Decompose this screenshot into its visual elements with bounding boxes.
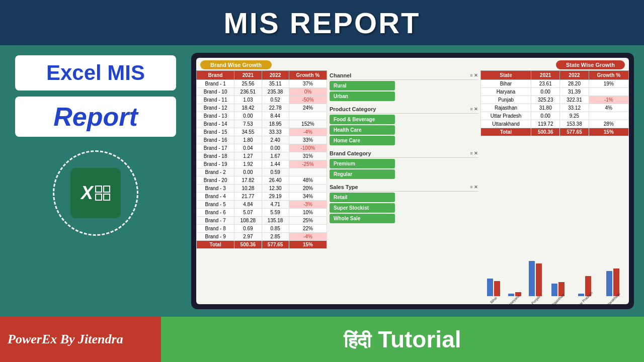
sales-retail-btn[interactable]: Retail — [330, 193, 395, 202]
table-row: Rajasthan31.8033.124% — [481, 104, 629, 112]
blue-bar — [487, 279, 493, 296]
bar-group: Punjab — [529, 261, 542, 302]
bar-group: Bihar — [487, 279, 500, 302]
sales-whole-sale-btn[interactable]: Whole Sale — [330, 214, 395, 223]
state-col-header: State — [481, 71, 531, 80]
product-health-btn[interactable]: Health Care — [330, 125, 395, 135]
product-food-btn[interactable]: Food & Beverage — [330, 115, 395, 124]
table-row: Brand - 80.690.8522% — [197, 225, 327, 233]
excel-icon-container: X — [50, 148, 141, 238]
brand-col-header: Brand — [197, 71, 234, 80]
grid-cell-4 — [103, 194, 110, 201]
footer-right: हिंदी Tutorial — [161, 317, 644, 362]
product-category-slicer: Product Category ≡ ✕ Food & Beverage Hea… — [330, 105, 478, 146]
table-row: Brand - 2017.8226.4048% — [197, 176, 327, 185]
table-row: Bihar23.6128.2019% — [481, 80, 629, 88]
red-bar — [536, 263, 542, 296]
table-row: Brand - 125.5635.1137% — [197, 80, 327, 88]
header: MIS REPORT — [0, 0, 644, 45]
footer: PowerEx By Jitendra हिंदी Tutorial — [0, 317, 644, 362]
year2022-col-header: 2022 — [262, 71, 289, 80]
state-2021-header: 2021 — [531, 71, 560, 80]
table-row: Brand - 161.802.4033% — [197, 136, 327, 144]
bar-group: Haryana — [508, 292, 521, 302]
table-row: Brand - 92.972.85-4% — [197, 233, 327, 241]
year2021-col-header: 2021 — [234, 71, 262, 80]
excel-icon-inner: X — [81, 183, 110, 204]
footer-tutorial-text: हिंदी Tutorial — [344, 326, 461, 353]
bars — [487, 279, 500, 296]
brand-category-header: Brand Category ≡ ✕ — [330, 149, 478, 158]
bar-label: Punjab — [530, 295, 540, 304]
excel-grid — [95, 186, 110, 201]
bar-group: Uttarakhand — [603, 268, 622, 302]
brand-wise-growth-btn[interactable]: Brand Wise Growth — [200, 60, 272, 69]
table-row: Brand - 170.040.00-100% — [197, 144, 327, 152]
state-2022-header: 2022 — [560, 71, 589, 80]
table-row: Brand - 111.030.52-50% — [197, 96, 327, 104]
blue-bar — [606, 271, 612, 296]
footer-brand-text: PowerEx By Jitendra — [8, 332, 123, 347]
blue-bar — [508, 294, 514, 296]
header-title: MIS REPORT — [224, 6, 421, 40]
chart-area: BiharHaryanaPunjabRajasthanUttar Pradesh… — [480, 136, 629, 304]
brand-category-icons: ≡ ✕ — [470, 151, 478, 156]
state-growth-header: Growth % — [589, 71, 628, 80]
sales-super-stockist-btn[interactable]: Super Stockist — [330, 203, 395, 213]
tutorial-text: Tutorial — [371, 326, 461, 352]
footer-left: PowerEx By Jitendra — [0, 317, 161, 362]
table-row: Brand - 20.000.59 — [197, 168, 327, 176]
state-wise-growth-btn[interactable]: State Wise Growth — [556, 60, 625, 69]
sales-type-label: Sales Type — [330, 184, 358, 190]
brand-table-section: Brand 2021 2022 Growth % Brand - 125.563… — [196, 70, 327, 304]
spreadsheet: Brand Wise Growth State Wise Growth Bran… — [196, 58, 629, 304]
brand-premium-btn[interactable]: Premium — [330, 159, 395, 168]
grid-cell-3 — [95, 194, 102, 201]
channel-rural-btn[interactable]: Rural — [330, 81, 395, 90]
brand-table: Brand 2021 2022 Growth % Brand - 125.563… — [196, 70, 327, 249]
state-table: State 2021 2022 Growth % Bihar23.6128.20… — [480, 70, 629, 136]
bar-group: Rajasthan — [550, 282, 566, 302]
red-bar — [494, 281, 500, 296]
table-row: Brand - 1218.4222.7824% — [197, 104, 327, 112]
table-row: Brand - 130.008.44 — [197, 112, 327, 120]
table-row: Uttarakhand119.72153.3828% — [481, 120, 629, 128]
main-content: Excel MIS Report X — [0, 45, 644, 317]
sales-type-header: Sales Type ≡ ✕ — [330, 183, 478, 192]
bar-group: Uttar Pradesh — [574, 276, 595, 302]
slicers-area: Channel ≡ ✕ Rural Urban Product Category… — [327, 70, 480, 304]
blue-bar — [529, 261, 535, 296]
grid-cell-2 — [103, 186, 110, 193]
brand-category-label: Brand Category — [330, 150, 371, 156]
grid-cell-1 — [95, 186, 102, 193]
table-row: Brand - 7108.28135.1825% — [197, 217, 327, 225]
table-row: Brand - 10236.51235.380% — [197, 88, 327, 96]
report-label: Report — [25, 102, 166, 132]
table-row: Brand - 191.921.44-25% — [197, 160, 327, 168]
left-panel: Excel MIS Report X — [10, 53, 181, 309]
product-home-btn[interactable]: Home Care — [330, 136, 395, 145]
bar-label: Bihar — [490, 296, 498, 304]
channel-slicer: Channel ≡ ✕ Rural Urban — [330, 71, 478, 102]
state-total-row: Total500.36577.6515% — [481, 128, 629, 136]
channel-label: Channel — [330, 72, 351, 78]
brand-regular-btn[interactable]: Regular — [330, 169, 395, 179]
channel-slicer-header: Channel ≡ ✕ — [330, 71, 478, 80]
table-row: Brand - 147.5318.95152% — [197, 120, 327, 128]
excel-icon: X — [70, 168, 121, 218]
excel-x-letter: X — [81, 183, 93, 204]
state-section: State 2021 2022 Growth % Bihar23.6128.20… — [480, 70, 629, 304]
top-section-row: Brand Wise Growth State Wise Growth — [196, 58, 629, 70]
sales-type-icons: ≡ ✕ — [470, 185, 478, 190]
table-row: Brand - 1534.5533.33-4% — [197, 128, 327, 136]
blue-bar — [551, 284, 557, 296]
table-row: Haryana0.0031.39 — [481, 88, 629, 96]
table-row: Brand - 310.2812.3020% — [197, 185, 327, 193]
report-box: Report — [15, 97, 176, 137]
product-category-icons: ≡ ✕ — [470, 107, 478, 112]
product-category-header: Product Category ≡ ✕ — [330, 105, 478, 114]
hindi-text: हिंदी — [344, 330, 371, 351]
table-row: Uttar Pradesh0.009.25 — [481, 112, 629, 120]
channel-urban-btn[interactable]: Urban — [330, 92, 395, 101]
excel-mis-label: Excel MIS — [25, 61, 166, 84]
